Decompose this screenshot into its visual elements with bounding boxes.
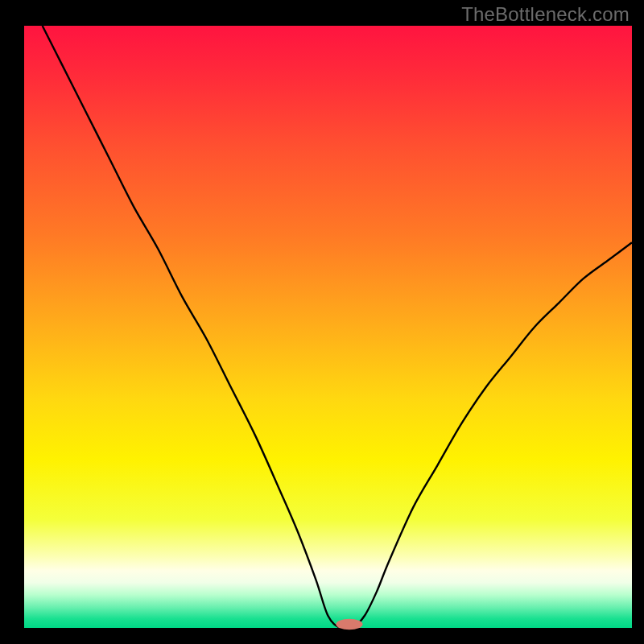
optimum-marker <box>336 619 362 630</box>
chart-frame: TheBottleneck.com <box>0 0 644 644</box>
plot-background <box>24 26 632 628</box>
bottleneck-chart <box>0 0 644 644</box>
watermark-text: TheBottleneck.com <box>461 3 630 26</box>
